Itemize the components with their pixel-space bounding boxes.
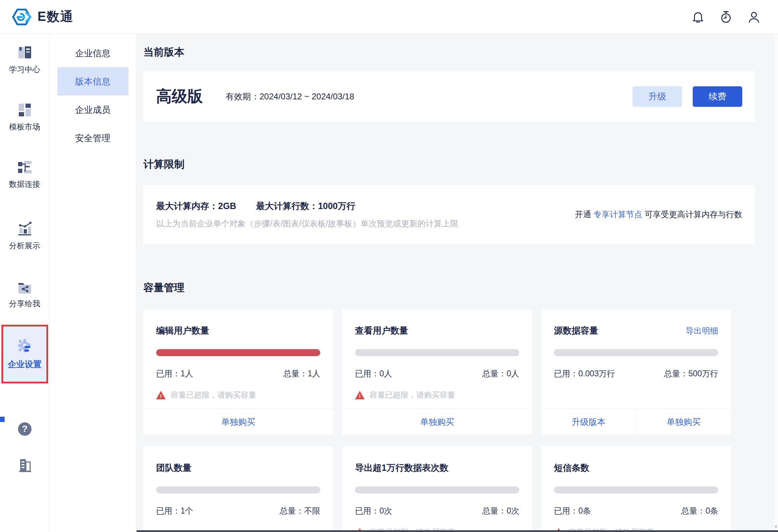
- help-question-icon: ?: [17, 422, 32, 436]
- sidebar-item-label: 分享给我: [9, 299, 40, 309]
- hexagon-e-logo-icon: [12, 8, 33, 26]
- tip-prefix: 开通: [575, 210, 593, 219]
- total-value: 总量：0人: [482, 368, 519, 379]
- warning-triangle-icon: [355, 391, 365, 399]
- submenu-item-version-info[interactable]: 版本信息: [57, 67, 128, 96]
- sidebar-item-template-market[interactable]: 模板市场: [9, 103, 40, 132]
- brand-logo: E数通: [12, 8, 74, 26]
- plan-name: 高级版: [156, 86, 203, 107]
- total-value: 总量：500万行: [664, 368, 718, 379]
- export-detail-link[interactable]: 导出明细: [686, 325, 718, 336]
- buy-separately-link[interactable]: 单独购买: [143, 409, 333, 435]
- shared-folder-icon: [17, 280, 33, 294]
- card-title: 查看用户数量: [355, 325, 408, 336]
- learning-center-book-icon: [17, 45, 33, 60]
- total-value: 总量：0条: [681, 505, 718, 516]
- capacity-card-edit-users: 编辑用户数量 已用：1人 总量：1人 容量已超限，请购买容量 单独购买: [143, 309, 333, 435]
- capacity-warning: 容量已超限，请购买容量: [355, 390, 519, 400]
- used-value: 已用：1人: [156, 368, 193, 379]
- app-window: E数通: [0, 0, 778, 532]
- timer-icon[interactable]: [720, 11, 732, 23]
- total-value: 总量：1人: [283, 368, 320, 379]
- capacity-card-teams: 团队数量 已用：1个 总量：不限: [143, 446, 333, 532]
- template-market-grid-icon: [17, 103, 32, 117]
- warning-triangle-icon: [156, 391, 166, 399]
- data-connection-tree-icon: [17, 160, 33, 175]
- used-value: 已用：0.003万行: [554, 368, 615, 379]
- upgrade-version-link[interactable]: 升级版本: [541, 409, 636, 435]
- sidebar-item-label: 企业设置: [8, 359, 42, 370]
- settings-submenu: 企业信息 版本信息 企业成员 安全管理: [50, 34, 136, 532]
- user-profile-icon[interactable]: [748, 11, 760, 23]
- card-title: 团队数量: [156, 462, 191, 474]
- dedicated-compute-node-link[interactable]: 专享计算节点: [594, 210, 642, 219]
- progress-track: [355, 349, 519, 356]
- tip-suffix: 可享受更高计算内存与行数: [642, 210, 742, 219]
- brand-name: E数通: [38, 8, 74, 25]
- sidebar-item-label: 模板市场: [9, 122, 40, 132]
- sidebar-item-label: 学习中心: [9, 64, 40, 75]
- compute-limits-description: 以上为当前企业单个对象（步骤/表/图表/仪表板/故事板）单次预览或更新的计算上限: [156, 218, 458, 229]
- version-panel: 高级版 有效期：2024/03/12 ~ 2024/03/18 升级 续费: [143, 71, 755, 122]
- progress-track: [156, 349, 320, 356]
- used-value: 已用：1个: [156, 505, 193, 516]
- max-rows-value: 最大计算行数：1000万行: [256, 200, 355, 212]
- main-content: 当前版本 高级版 有效期：2024/03/12 ~ 2024/03/18 升级 …: [136, 34, 778, 532]
- sidebar-item-label: 分析展示: [9, 241, 40, 251]
- progress-track: [554, 349, 718, 356]
- capacity-card-view-users: 查看用户数量 已用：0人 总量：0人 容量已超限，请购买容量 单独购买: [342, 309, 532, 435]
- card-title: 导出超1万行数据表次数: [355, 462, 448, 474]
- buy-separately-link[interactable]: 单独购买: [342, 409, 532, 435]
- section-heading-capacity-management: 容量管理: [143, 281, 757, 295]
- used-value: 已用：0次: [355, 505, 392, 516]
- renew-button[interactable]: 续费: [693, 86, 742, 107]
- card-title: 源数据容量: [554, 325, 598, 336]
- sidebar-item-data-connection[interactable]: 数据连接: [9, 160, 40, 190]
- capacity-card-source-data: 源数据容量 导出明细 已用：0.003万行 总量：500万行 升级版本 单独购买: [541, 309, 731, 435]
- svg-text:?: ?: [22, 423, 28, 434]
- organization-button[interactable]: [17, 458, 32, 473]
- total-value: 总量：不限: [280, 505, 320, 516]
- capacity-card-grid: 编辑用户数量 已用：1人 总量：1人 容量已超限，请购买容量 单独购买: [143, 309, 731, 532]
- warning-text: 容量已超限，请购买容量: [171, 390, 256, 400]
- enterprise-settings-gear-icon: [17, 338, 33, 354]
- validity-label: 有效期：: [225, 92, 259, 101]
- validity-value: 2024/03/12 ~ 2024/03/18: [259, 92, 354, 101]
- progress-fill: [156, 349, 320, 356]
- progress-track: [156, 486, 320, 493]
- submenu-item-enterprise-info[interactable]: 企业信息: [57, 39, 128, 67]
- capacity-warning: 容量已超限，请购买容量: [156, 390, 320, 400]
- sidebar-item-shared-with-me[interactable]: 分享给我: [9, 280, 40, 309]
- sidebar-item-learning-center[interactable]: 学习中心: [9, 45, 40, 75]
- bottom-edge-bar: [137, 530, 778, 532]
- help-button[interactable]: ?: [17, 422, 32, 436]
- notification-bell-icon[interactable]: [692, 11, 704, 23]
- selection-indicator: [0, 417, 5, 422]
- analysis-chart-icon: [17, 221, 33, 236]
- capacity-card-export-times: 导出超1万行数据表次数 已用：0次 总量：0次 容量已超限，请购买容量: [342, 446, 532, 532]
- capacity-card-sms: 短信条数 已用：0条 总量：0条 容量已超限，请购买容量: [541, 446, 731, 532]
- sidebar-item-enterprise-settings[interactable]: 企业设置: [1, 325, 48, 383]
- progress-track: [355, 486, 519, 493]
- max-memory-value: 最大计算内存：2GB: [156, 200, 236, 212]
- card-title: 短信条数: [554, 462, 589, 474]
- total-value: 总量：0次: [482, 505, 519, 516]
- submenu-item-enterprise-members[interactable]: 企业成员: [57, 96, 128, 124]
- card-title: 编辑用户数量: [156, 325, 209, 336]
- scrollbar-down-arrow-icon[interactable]: ▼: [774, 524, 778, 529]
- upgrade-button[interactable]: 升级: [633, 86, 682, 107]
- used-value: 已用：0人: [355, 368, 392, 379]
- section-heading-compute-limits: 计算限制: [143, 157, 757, 172]
- top-bar: E数通: [0, 0, 778, 34]
- sidebar-item-analysis-display[interactable]: 分析展示: [9, 221, 40, 251]
- progress-track: [554, 486, 718, 493]
- compute-upgrade-tip: 开通 专享计算节点 可享受更高计算内存与行数: [575, 209, 742, 220]
- sidebar-item-label: 数据连接: [9, 179, 40, 190]
- buy-separately-link[interactable]: 单独购买: [636, 409, 731, 435]
- section-heading-current-version: 当前版本: [143, 45, 757, 59]
- submenu-item-security-management[interactable]: 安全管理: [57, 124, 128, 152]
- primary-sidebar: 学习中心 模板市场: [0, 34, 50, 532]
- warning-text: 容量已超限，请购买容量: [370, 390, 455, 400]
- vertical-scrollbar[interactable]: ▼: [773, 34, 778, 532]
- validity-period: 有效期：2024/03/12 ~ 2024/03/18: [225, 91, 354, 102]
